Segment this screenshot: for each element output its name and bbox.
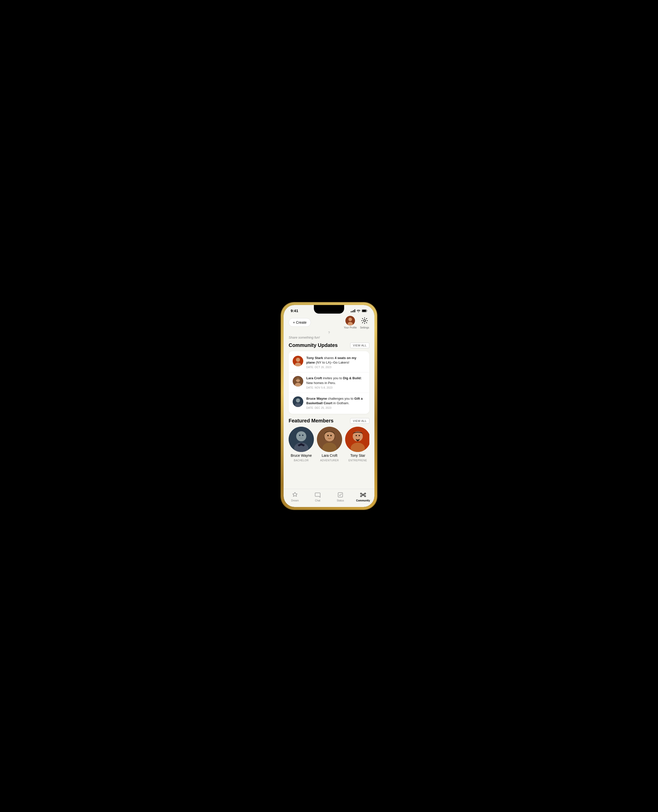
featured-members-header: Featured Members VIEW ALL <box>288 418 370 424</box>
lara-member-role: ADVENTURER <box>320 459 339 462</box>
member-card-tony[interactable]: Tony Star ENTREPRENE <box>345 427 370 462</box>
signal-bars-icon <box>351 309 355 313</box>
bruce-update-text: Bruce Wayne challenges you to Gift a Bas… <box>306 396 365 405</box>
svg-point-18 <box>299 435 301 436</box>
community-updates-header: Community Updates VIEW ALL <box>288 342 370 348</box>
tab-dream[interactable]: Dream <box>287 492 302 502</box>
header: + Create Your Profile <box>284 313 374 331</box>
dream-icon <box>291 492 298 498</box>
bruce-member-name: Bruce Wayne <box>291 454 312 457</box>
lara-action-1: invites you to <box>323 376 343 380</box>
tony-action-2: (NY to LA)--Go Lakers! <box>316 361 349 364</box>
svg-point-16 <box>296 431 306 441</box>
signal-bar-4 <box>354 309 355 313</box>
featured-members-view-all[interactable]: VIEW ALL <box>350 418 370 424</box>
profile-avatar <box>345 316 355 325</box>
svg-point-13 <box>296 399 300 402</box>
create-button[interactable]: + Create <box>288 318 311 327</box>
bruce-action-2: in Gotham. <box>333 401 349 405</box>
featured-members-section: Featured Members VIEW ALL <box>284 417 374 466</box>
svg-point-29 <box>359 435 360 436</box>
svg-point-28 <box>356 435 357 436</box>
question-mark: ? <box>328 331 330 335</box>
community-updates-title: Community Updates <box>288 342 338 348</box>
status-icon <box>337 492 344 498</box>
chat-icon <box>314 492 321 498</box>
dream-tab-label: Dream <box>291 499 299 502</box>
lara-update-content: Lara Croft invites you to Dig & Build: N… <box>306 376 365 389</box>
update-item-tony: Tony Stark shares 4 seats on my plane (N… <box>288 352 370 372</box>
gear-icon <box>360 316 370 325</box>
status-time: 9:41 <box>291 309 298 313</box>
settings-button[interactable]: Settings <box>360 316 370 329</box>
svg-point-7 <box>296 358 300 362</box>
tab-community[interactable]: Community <box>356 492 371 502</box>
your-profile-button[interactable]: Your Profile <box>344 316 357 329</box>
lara-name: Lara Croft <box>306 376 322 380</box>
bruce-member-role: BACHELOR <box>294 459 309 462</box>
tony-date: DATE: OCT 26, 2023 <box>306 366 365 369</box>
share-text: Share something fun! <box>284 336 374 342</box>
settings-label: Settings <box>360 326 369 329</box>
tony-name: Tony Stark <box>306 356 323 360</box>
screen: 9:41 <box>284 305 374 507</box>
tony-update-text: Tony Stark shares 4 seats on my plane (N… <box>306 356 365 365</box>
svg-point-3 <box>348 317 352 321</box>
bruce-member-avatar <box>288 427 314 452</box>
community-updates-view-all[interactable]: VIEW ALL <box>350 342 370 348</box>
tab-chat[interactable]: Chat <box>310 492 325 502</box>
svg-point-24 <box>330 435 332 436</box>
svg-point-5 <box>363 320 366 322</box>
tab-bar: Dream Chat <box>284 489 374 507</box>
tony-action-1: shares <box>324 356 335 360</box>
status-bar: 9:41 <box>284 305 374 313</box>
question-area: ? <box>284 331 374 336</box>
svg-rect-1 <box>362 310 366 312</box>
community-icon <box>360 492 367 498</box>
signal-bar-3 <box>353 310 354 313</box>
lara-croft-avatar <box>293 376 303 386</box>
lara-member-name: Lara Croft <box>322 454 337 457</box>
bruce-update-content: Bruce Wayne challenges you to Gift a Bas… <box>306 396 365 409</box>
lara-highlight: Dig & Build: <box>343 376 362 380</box>
profile-label: Your Profile <box>344 326 357 329</box>
lara-action-2: New homes in Peru. <box>306 381 336 385</box>
update-item-lara: Lara Croft invites you to Dig & Build: N… <box>288 372 370 393</box>
tab-status[interactable]: Status <box>333 492 348 502</box>
tony-update-content: Tony Stark shares 4 seats on my plane (N… <box>306 356 365 369</box>
featured-members-title: Featured Members <box>288 418 334 424</box>
phone-frame: 9:41 <box>281 303 377 509</box>
lara-member-avatar <box>317 427 342 452</box>
lara-update-text: Lara Croft invites you to Dig & Build: N… <box>306 376 365 385</box>
member-card-bruce[interactable]: Bruce Wayne BACHELOR <box>288 427 314 462</box>
signal-bar-2 <box>352 311 353 313</box>
bruce-wayne-avatar <box>293 396 303 407</box>
svg-point-23 <box>327 435 329 436</box>
members-row: Bruce Wayne BACHELOR <box>288 427 370 462</box>
signal-bar-1 <box>351 311 351 313</box>
status-icons <box>351 309 367 313</box>
lara-date: DATE: NOV 5-8, 2023 <box>306 386 365 389</box>
main-content: + Create Your Profile <box>284 313 374 489</box>
bruce-date: DATE: DEC 25, 2023 <box>306 407 365 409</box>
status-tab-label: Status <box>337 499 344 502</box>
bruce-action-1: challenges you to <box>328 397 354 401</box>
wifi-icon <box>357 309 360 313</box>
tony-stark-avatar <box>293 356 303 366</box>
tony-member-avatar <box>345 427 370 452</box>
updates-card: Tony Stark shares 4 seats on my plane (N… <box>288 351 370 414</box>
tony-member-name: Tony Star <box>350 454 365 457</box>
tony-member-role: ENTREPRENE <box>348 459 367 462</box>
battery-icon <box>362 309 367 313</box>
community-updates-section: Community Updates VIEW ALL <box>284 342 374 417</box>
member-card-lara[interactable]: Lara Croft ADVENTURER <box>317 427 342 462</box>
community-tab-label: Community <box>356 499 370 502</box>
phone-inner: 9:41 <box>284 305 374 507</box>
svg-point-19 <box>302 435 304 436</box>
notch <box>314 305 344 314</box>
update-item-bruce: Bruce Wayne challenges you to Gift a Bas… <box>288 393 370 413</box>
bruce-name: Bruce Wayne <box>306 397 327 401</box>
header-actions: Your Profile Settings <box>344 316 370 329</box>
svg-point-31 <box>362 494 364 496</box>
chat-tab-label: Chat <box>315 499 320 502</box>
